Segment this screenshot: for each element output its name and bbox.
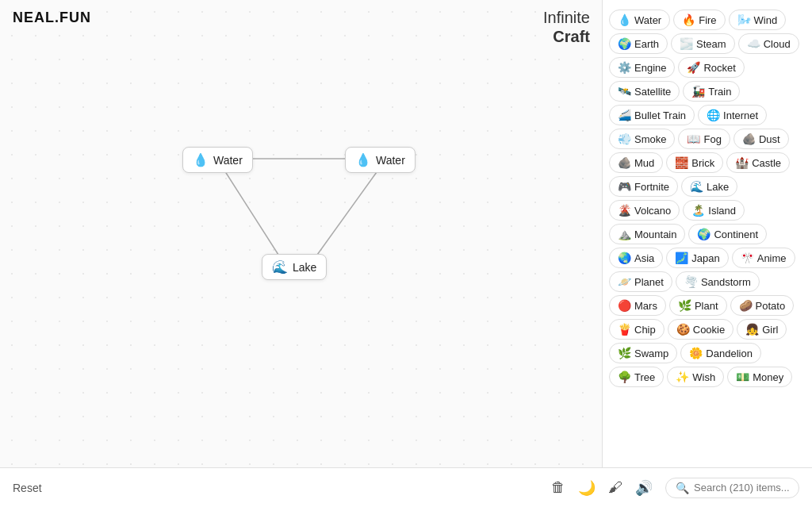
sidebar-item-14[interactable]: 🪨Dust [733, 129, 789, 149]
sidebar-emoji-34: 👧 [745, 323, 759, 336]
canvas-item-lake[interactable]: 🌊Lake [262, 254, 327, 280]
sidebar-label-5: Cloud [764, 38, 791, 50]
sidebar-item-34[interactable]: 👧Girl [737, 319, 787, 340]
sidebar-emoji-38: ✨ [676, 371, 689, 383]
sidebar-label-14: Dust [759, 133, 780, 145]
sidebar-item-12[interactable]: 💨Smoke [609, 129, 675, 149]
sidebar-label-0: Water [634, 14, 661, 26]
sidebar-item-33[interactable]: 🍪Cookie [668, 319, 733, 340]
sidebar-item-3[interactable]: 🌍Earth [609, 33, 668, 54]
sidebar-emoji-9: 🚂 [691, 85, 705, 98]
sidebar-item-23[interactable]: 🌍Continent [688, 224, 767, 244]
sidebar-item-26[interactable]: 🎌Anime [732, 248, 795, 268]
sidebar-label-32: Chip [634, 324, 656, 336]
sidebar-item-27[interactable]: 🪐Planet [609, 271, 672, 292]
sidebar-item-22[interactable]: ⛰️Mountain [609, 224, 685, 244]
sidebar-label-19: Lake [707, 181, 729, 193]
sidebar-emoji-4: 🌫️ [680, 37, 693, 50]
sidebar-item-6[interactable]: ⚙️Engine [609, 57, 675, 78]
sidebar-item-21[interactable]: 🏝️Island [683, 200, 745, 221]
sidebar-label-4: Steam [696, 38, 726, 50]
sidebar-emoji-36: 🌼 [689, 347, 703, 359]
sidebar-emoji-35: 🌿 [618, 347, 631, 359]
sidebar-label-6: Engine [634, 62, 666, 74]
sidebar-emoji-25: 🗾 [675, 252, 688, 264]
sidebar-item-20[interactable]: 🌋Volcano [609, 200, 680, 221]
sidebar-label-1: Fire [699, 14, 716, 26]
sidebar-item-0[interactable]: 💧Water [609, 10, 670, 30]
sidebar-label-39: Money [753, 371, 783, 383]
sidebar-emoji-13: 📖 [687, 133, 700, 145]
item-label-water2: Water [376, 154, 405, 167]
sidebar-item-9[interactable]: 🚂Train [683, 81, 740, 102]
sidebar-item-31[interactable]: 🥔Potato [730, 295, 795, 316]
sidebar-item-13[interactable]: 📖Fog [678, 129, 730, 149]
canvas-item-water1[interactable]: 💧Water [182, 147, 253, 173]
sidebar-label-18: Fortnite [634, 181, 669, 193]
sidebar-label-9: Train [708, 86, 731, 98]
sidebar-emoji-15: 🪨 [618, 156, 631, 169]
sidebar-label-27: Planet [634, 276, 664, 288]
search-box[interactable]: 🔍 [665, 478, 799, 498]
sidebar-item-37[interactable]: 🌳Tree [609, 367, 664, 387]
sidebar-label-15: Mud [634, 157, 654, 169]
sidebar-item-8[interactable]: 🛰️Satellite [609, 81, 680, 102]
sidebar[interactable]: 💧Water🔥Fire🌬️Wind🌍Earth🌫️Steam☁️Cloud⚙️E… [602, 0, 812, 467]
sidebar-item-35[interactable]: 🌿Swamp [609, 343, 677, 363]
sidebar-item-32[interactable]: 🍟Chip [609, 319, 665, 340]
sidebar-item-39[interactable]: 💵Money [727, 367, 792, 387]
bottom-bar: Reset 🗑 🌙 🖌 🔊 🔍 [0, 467, 812, 507]
sidebar-emoji-22: ⛰️ [618, 228, 631, 240]
craft-canvas[interactable]: 💧Water💧Water🌊Lake [0, 0, 602, 467]
sidebar-label-34: Girl [762, 324, 778, 336]
sidebar-item-11[interactable]: 🌐Internet [698, 105, 767, 125]
sidebar-label-21: Island [708, 205, 736, 217]
sidebar-emoji-31: 🥔 [739, 299, 753, 312]
sidebar-item-29[interactable]: 🔴Mars [609, 295, 666, 316]
sidebar-item-2[interactable]: 🌬️Wind [729, 10, 787, 30]
sidebar-emoji-37: 🌳 [618, 371, 631, 383]
sidebar-item-28[interactable]: 🌪️Sandstorm [676, 271, 760, 292]
sidebar-item-36[interactable]: 🌼Dandelion [680, 343, 761, 363]
sidebar-item-25[interactable]: 🗾Japan [666, 248, 728, 268]
sidebar-label-23: Continent [714, 229, 758, 240]
sidebar-item-10[interactable]: 🚄Bullet Train [609, 105, 695, 125]
sidebar-label-28: Sandstorm [701, 276, 751, 288]
sidebar-item-4[interactable]: 🌫️Steam [671, 33, 735, 54]
sidebar-label-20: Volcano [634, 205, 671, 217]
sidebar-emoji-1: 🔥 [682, 13, 695, 26]
sidebar-emoji-5: ☁️ [747, 37, 760, 50]
search-input[interactable] [694, 482, 789, 494]
sidebar-label-36: Dandelion [706, 348, 753, 359]
trash-icon[interactable]: 🗑 [551, 479, 565, 497]
volume-icon[interactable]: 🔊 [635, 479, 653, 497]
sidebar-label-10: Bullet Train [634, 109, 686, 121]
sidebar-label-22: Mountain [634, 229, 676, 240]
sidebar-label-8: Satellite [634, 86, 671, 98]
brush-icon[interactable]: 🖌 [608, 479, 622, 497]
sidebar-item-30[interactable]: 🌿Plant [669, 295, 727, 316]
moon-icon[interactable]: 🌙 [578, 479, 596, 497]
sidebar-item-17[interactable]: 🏰Castle [726, 152, 790, 173]
sidebar-emoji-16: 🧱 [675, 156, 688, 169]
sidebar-item-1[interactable]: 🔥Fire [673, 10, 725, 30]
sidebar-label-7: Rocket [703, 62, 735, 74]
sidebar-item-38[interactable]: ✨Wish [667, 367, 724, 387]
sidebar-item-16[interactable]: 🧱Brick [666, 152, 723, 173]
item-label-lake: Lake [293, 261, 316, 274]
sidebar-item-15[interactable]: 🪨Mud [609, 152, 663, 173]
sidebar-label-24: Asia [634, 252, 654, 264]
sidebar-item-18[interactable]: 🎮Fortnite [609, 176, 678, 197]
sidebar-emoji-27: 🪐 [618, 275, 631, 288]
sidebar-label-26: Anime [757, 252, 787, 264]
canvas-item-water2[interactable]: 💧Water [345, 147, 416, 173]
sidebar-grid: 💧Water🔥Fire🌬️Wind🌍Earth🌫️Steam☁️Cloud⚙️E… [609, 6, 806, 387]
sidebar-item-5[interactable]: ☁️Cloud [738, 33, 799, 54]
reset-button[interactable]: Reset [13, 482, 42, 494]
sidebar-item-7[interactable]: 🚀Rocket [678, 57, 744, 78]
sidebar-emoji-26: 🎌 [741, 252, 754, 264]
sidebar-item-24[interactable]: 🌏Asia [609, 248, 663, 268]
sidebar-item-19[interactable]: 🌊Lake [681, 176, 737, 197]
sidebar-emoji-12: 💨 [618, 133, 631, 145]
sidebar-label-31: Potato [756, 300, 786, 312]
